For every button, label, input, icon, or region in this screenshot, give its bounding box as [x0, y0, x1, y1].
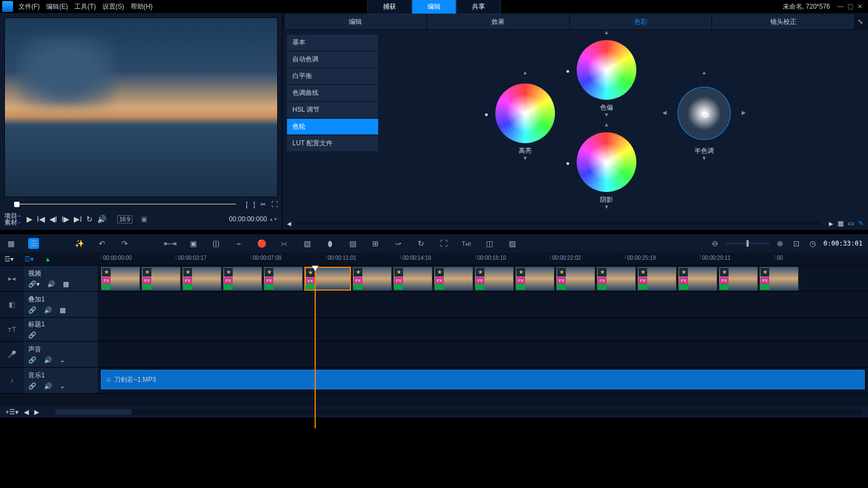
mute-icon[interactable]: 🔊 — [44, 382, 52, 390]
track-voice-content[interactable] — [98, 342, 868, 367]
timeline-ruler[interactable]: ☲▾ ☲▾ ▲ 00:00:00:0000:00:03:1700:00:07:0… — [0, 253, 868, 266]
tab-capture[interactable]: 捕获 — [367, 0, 412, 14]
video-clip[interactable]: ★FX — [142, 267, 181, 291]
layout-a-icon[interactable]: ▦ — [838, 220, 844, 227]
cat-basic[interactable]: 基本 — [287, 35, 378, 50]
tool-l-icon[interactable]: ↻ — [416, 238, 426, 249]
arrow-down-icon[interactable]: ▼ — [604, 204, 609, 210]
track-voice-icon[interactable]: 🎤 — [0, 342, 24, 367]
go-end-icon[interactable]: ▶I — [74, 215, 82, 223]
arrow-down-icon[interactable]: ▼ — [604, 112, 609, 118]
video-clip[interactable]: ★FX — [556, 267, 595, 291]
video-clip[interactable]: ★FX — [223, 267, 262, 291]
tool-o-icon[interactable]: ▨ — [507, 238, 518, 249]
chapter-list-icon[interactable]: ☲▾ — [24, 255, 34, 263]
add-marker-icon[interactable]: ▲ — [44, 255, 51, 263]
arrow-down-icon[interactable]: ▼ — [701, 155, 707, 161]
menu-help[interactable]: 帮助(H) — [131, 2, 153, 11]
scroll-right-icon[interactable]: ▶ — [34, 408, 39, 416]
wheel-hi-control[interactable] — [495, 84, 555, 143]
subtab-lens[interactable]: 镜头校正 — [712, 14, 854, 29]
mute-icon[interactable]: 🔊 — [44, 356, 52, 364]
volume-icon[interactable]: 🔊 — [97, 215, 106, 223]
scroll-right-icon[interactable]: ▶ — [829, 221, 833, 227]
tool-h-icon[interactable]: ⬮ — [324, 238, 335, 249]
video-clip[interactable]: ★FX — [515, 267, 554, 291]
track-music-content[interactable]: ♫ 刀剑若~1.MP3 — [98, 368, 868, 393]
expand-icon[interactable]: ⌄ — [60, 356, 65, 364]
link-icon[interactable]: 🔗▾ — [28, 280, 40, 288]
link-icon[interactable]: 🔗 — [28, 382, 36, 390]
loop-icon[interactable]: ↻ — [86, 215, 93, 223]
duration-icon[interactable]: ◷ — [807, 238, 818, 249]
undo-icon[interactable]: ↶ — [97, 238, 107, 249]
clip-mode-label[interactable]: 素材– — [4, 219, 21, 226]
dot-icon[interactable]: ● — [484, 111, 488, 118]
scroll-left-icon[interactable]: ◀ — [287, 221, 291, 227]
tool-k-icon[interactable]: ⤻ — [393, 238, 404, 249]
menu-file[interactable]: 文件(F) — [18, 2, 40, 11]
fx-icon[interactable]: ✨ — [74, 238, 85, 249]
marker-list-icon[interactable]: ☲▾ — [4, 255, 14, 263]
preview-viewport[interactable] — [4, 17, 278, 197]
video-clip[interactable]: ★FX — [182, 267, 221, 291]
play-icon[interactable]: ▶ — [27, 215, 33, 223]
cat-lut[interactable]: LUT 配置文件 — [287, 136, 378, 151]
link-icon[interactable]: 🔗 — [28, 356, 36, 364]
audio-clip[interactable]: ♫ 刀剑若~1.MP3 — [101, 370, 865, 389]
tool-f-icon[interactable]: ⩙ — [279, 238, 290, 249]
zoom-in-icon[interactable]: ⊕ — [775, 238, 786, 249]
track-title-content[interactable] — [98, 318, 868, 341]
zoom-slider[interactable] — [726, 242, 769, 245]
maximize-icon[interactable]: ▢ — [846, 3, 854, 10]
video-clip[interactable]: ★FX — [475, 267, 514, 291]
video-clip[interactable]: ★FX — [760, 267, 799, 291]
menu-tools[interactable]: 工具(T) — [74, 2, 95, 11]
link-icon[interactable]: 🔗 — [28, 306, 36, 314]
tool-d-icon[interactable]: ⫟ — [233, 238, 244, 249]
subtab-effect[interactable]: 效果 — [427, 14, 569, 29]
cat-auto-tone[interactable]: 自动色调 — [287, 52, 378, 67]
video-clip[interactable]: ★FX — [393, 267, 432, 291]
playhead[interactable] — [315, 266, 316, 428]
zoom-out-icon[interactable]: ⊖ — [710, 238, 720, 249]
layout-c-icon[interactable]: ✎ — [858, 220, 864, 227]
dot-icon[interactable]: ● — [566, 67, 570, 75]
mark-out-icon[interactable]: ] — [253, 201, 255, 208]
tool-g-icon[interactable]: ▧ — [302, 238, 312, 249]
video-clip[interactable]: ★FX — [264, 267, 303, 291]
minimize-icon[interactable]: — — [837, 3, 844, 10]
track-overlay-content[interactable] — [98, 292, 868, 317]
tab-share[interactable]: 共享 — [456, 0, 501, 14]
arrow-up-icon[interactable]: ▲ — [604, 121, 609, 127]
mute-icon[interactable]: 🔊 — [47, 280, 55, 288]
arrow-up-icon[interactable]: ▲ — [604, 30, 609, 35]
video-clip[interactable]: ★FX — [637, 267, 676, 291]
cat-hsl[interactable]: HSL 调节 — [287, 102, 378, 118]
arrow-right-icon[interactable]: ▶ — [742, 110, 746, 115]
menu-settings[interactable]: 设置(S) — [103, 2, 124, 11]
tool-e-icon[interactable]: 🔴 — [256, 238, 267, 249]
storyboard-view-icon[interactable]: ▦ — [5, 238, 16, 249]
timeline-view-icon[interactable]: ☰ — [28, 238, 39, 249]
resize-preview-icon[interactable]: ▣ — [141, 215, 147, 223]
tab-edit[interactable]: 编辑 — [412, 0, 456, 14]
wheel-off-control[interactable] — [577, 40, 636, 100]
next-frame-icon[interactable]: I▶ — [61, 215, 69, 223]
subtab-edit[interactable]: 编辑 — [285, 14, 426, 29]
mute-icon[interactable]: 🔊 — [44, 306, 52, 314]
video-clip[interactable]: ★FX — [719, 267, 758, 291]
cat-tone-curve[interactable]: 色调曲线 — [287, 85, 378, 101]
split-icon[interactable]: ✂ — [260, 201, 266, 208]
arrow-down-icon[interactable]: ▼ — [522, 155, 528, 161]
arrow-up-icon[interactable]: ▲ — [522, 69, 528, 75]
video-clip[interactable]: ★FX — [434, 267, 473, 291]
panel-expand-icon[interactable]: ⤡ — [855, 14, 866, 29]
prev-frame-icon[interactable]: ◀I — [49, 215, 58, 223]
expand-icon[interactable]: ⌄ — [60, 382, 65, 390]
tool-3d-icon[interactable]: T₃ᴅ — [461, 238, 472, 249]
wheel-sh-control[interactable] — [577, 132, 636, 192]
tool-b-icon[interactable]: ▣ — [188, 238, 199, 249]
aspect-ratio[interactable]: 16:9 — [117, 215, 132, 223]
video-clip[interactable]: ★FX — [678, 267, 717, 291]
